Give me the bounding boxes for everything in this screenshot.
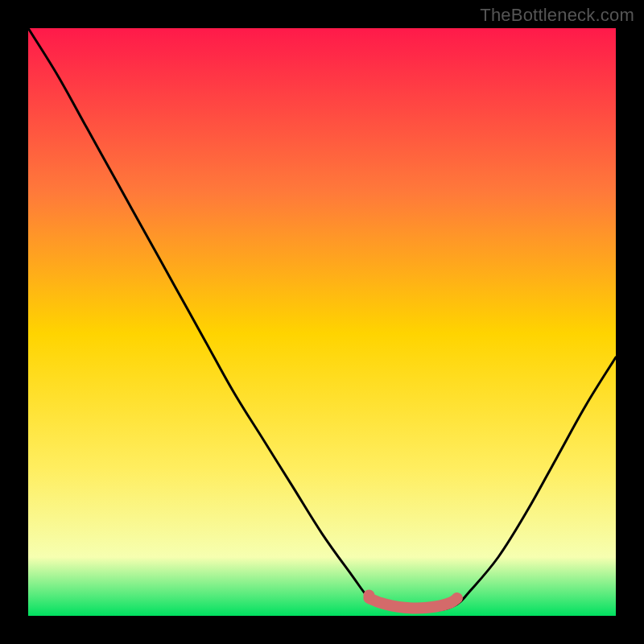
gradient-background [28, 28, 616, 616]
plot-area [28, 28, 616, 616]
watermark-text: TheBottleneck.com [480, 5, 634, 26]
chart-svg [28, 28, 616, 616]
chart-frame: TheBottleneck.com [0, 0, 644, 644]
optimal-start-dot [363, 589, 374, 601]
